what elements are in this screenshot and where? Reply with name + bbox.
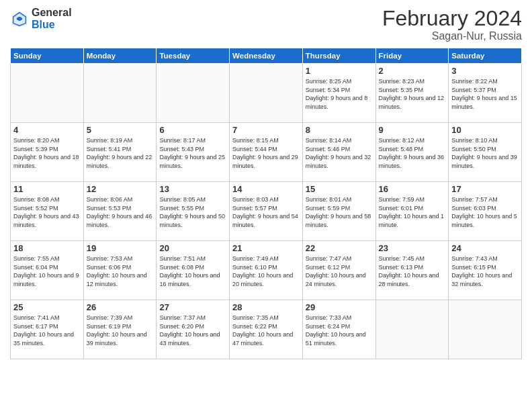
day-number: 4 [13, 125, 81, 135]
day-number: 29 [306, 302, 373, 312]
sunset-label: Sunset: 5:37 PM [451, 87, 496, 93]
daylight-label: Daylight: 9 hours and 15 minutes. [451, 95, 517, 110]
day-info: Sunrise: 7:59 AMSunset: 6:01 PMDaylight:… [379, 195, 446, 229]
day-number: 7 [232, 125, 300, 135]
day-info: Sunrise: 8:05 AMSunset: 5:55 PMDaylight:… [159, 195, 226, 229]
day-number: 16 [379, 184, 446, 194]
calendar-cell: 27Sunrise: 7:37 AMSunset: 6:20 PMDayligh… [157, 300, 230, 359]
sunset-label: Sunset: 6:01 PM [379, 205, 424, 212]
daylight-label: Daylight: 10 hours and 35 minutes. [13, 331, 74, 347]
daylight-label: Daylight: 10 hours and 28 minutes. [379, 272, 439, 287]
sunset-label: Sunset: 6:17 PM [13, 323, 58, 330]
calendar-body: 1Sunrise: 8:25 AMSunset: 5:34 PMDaylight… [11, 64, 522, 359]
day-info: Sunrise: 8:01 AMSunset: 5:59 PMDaylight:… [306, 195, 373, 229]
day-number: 9 [379, 125, 446, 135]
daylight-label: Daylight: 9 hours and 22 minutes. [87, 154, 152, 169]
sunset-label: Sunset: 5:48 PM [379, 146, 424, 152]
daylight-label: Daylight: 9 hours and 25 minutes. [159, 154, 225, 169]
sunrise-label: Sunrise: 7:53 AM [87, 255, 133, 262]
sunrise-label: Sunrise: 8:19 AM [87, 137, 133, 144]
sunset-label: Sunset: 5:44 PM [232, 146, 277, 152]
day-info: Sunrise: 7:55 AMSunset: 6:04 PMDaylight:… [13, 255, 81, 288]
daylight-label: Daylight: 9 hours and 54 minutes. [232, 213, 298, 228]
day-number: 14 [232, 184, 300, 194]
day-number: 6 [159, 125, 226, 135]
day-info: Sunrise: 8:14 AMSunset: 5:46 PMDaylight:… [306, 136, 373, 170]
sunrise-label: Sunrise: 7:37 AM [159, 314, 206, 321]
calendar-cell: 19Sunrise: 7:53 AMSunset: 6:06 PMDayligh… [83, 241, 157, 300]
day-number: 3 [451, 66, 519, 76]
title-block: February 2024 Sagan-Nur, Russia [382, 7, 522, 42]
day-number: 27 [159, 302, 226, 312]
day-number: 8 [306, 125, 373, 135]
calendar-header: Sunday Monday Tuesday Wednesday Thursday… [11, 48, 522, 64]
calendar-cell: 13Sunrise: 8:05 AMSunset: 5:55 PMDayligh… [157, 182, 230, 241]
day-number: 21 [232, 243, 300, 253]
calendar-title: February 2024 [382, 7, 522, 30]
day-info: Sunrise: 7:45 AMSunset: 6:13 PMDaylight:… [379, 255, 446, 288]
calendar-cell: 8Sunrise: 8:14 AMSunset: 5:46 PMDaylight… [302, 123, 375, 182]
sunset-label: Sunset: 5:52 PM [13, 205, 58, 212]
daylight-label: Daylight: 9 hours and 12 minutes. [379, 95, 445, 110]
calendar-cell: 29Sunrise: 7:33 AMSunset: 6:24 PMDayligh… [302, 300, 375, 359]
calendar-cell: 2Sunrise: 8:23 AMSunset: 5:35 PMDaylight… [375, 64, 449, 123]
day-info: Sunrise: 8:22 AMSunset: 5:37 PMDaylight:… [451, 77, 519, 111]
sunrise-label: Sunrise: 7:41 AM [13, 314, 60, 321]
sunset-label: Sunset: 5:55 PM [159, 205, 204, 212]
sunrise-label: Sunrise: 8:12 AM [379, 137, 425, 144]
calendar-cell: 24Sunrise: 7:43 AMSunset: 6:15 PMDayligh… [449, 241, 522, 300]
day-info: Sunrise: 8:10 AMSunset: 5:50 PMDaylight:… [451, 136, 519, 170]
day-number: 22 [306, 243, 373, 253]
daylight-label: Daylight: 9 hours and 43 minutes. [13, 213, 79, 228]
daylight-label: Daylight: 10 hours and 43 minutes. [159, 331, 220, 347]
sunrise-label: Sunrise: 7:43 AM [451, 255, 498, 262]
calendar-cell [11, 64, 84, 123]
day-number: 15 [306, 184, 373, 194]
day-info: Sunrise: 8:12 AMSunset: 5:48 PMDaylight:… [379, 136, 446, 170]
sunset-label: Sunset: 5:46 PM [306, 146, 351, 152]
day-info: Sunrise: 8:17 AMSunset: 5:43 PMDaylight:… [159, 136, 226, 170]
sunrise-label: Sunrise: 7:59 AM [379, 196, 425, 203]
calendar-cell: 6Sunrise: 8:17 AMSunset: 5:43 PMDaylight… [157, 123, 230, 182]
day-info: Sunrise: 8:08 AMSunset: 5:52 PMDaylight:… [13, 195, 81, 229]
header-row: Sunday Monday Tuesday Wednesday Thursday… [11, 48, 522, 64]
calendar-cell [375, 300, 449, 359]
sunrise-label: Sunrise: 7:49 AM [232, 255, 279, 262]
day-info: Sunrise: 7:49 AMSunset: 6:10 PMDaylight:… [232, 255, 300, 288]
sunset-label: Sunset: 5:39 PM [13, 146, 58, 152]
day-info: Sunrise: 8:20 AMSunset: 5:39 PMDaylight:… [13, 136, 81, 170]
sunset-label: Sunset: 5:43 PM [159, 146, 204, 152]
calendar-cell: 20Sunrise: 7:51 AMSunset: 6:08 PMDayligh… [157, 241, 230, 300]
daylight-label: Daylight: 9 hours and 46 minutes. [87, 213, 152, 228]
calendar-cell: 12Sunrise: 8:06 AMSunset: 5:53 PMDayligh… [83, 182, 157, 241]
sunrise-label: Sunrise: 8:05 AM [159, 196, 206, 203]
calendar-cell: 3Sunrise: 8:22 AMSunset: 5:37 PMDaylight… [449, 64, 522, 123]
col-wednesday: Wednesday [230, 48, 303, 64]
sunrise-label: Sunrise: 7:45 AM [379, 255, 425, 262]
sunset-label: Sunset: 6:12 PM [306, 264, 351, 271]
sunset-label: Sunset: 5:50 PM [451, 146, 496, 152]
sunrise-label: Sunrise: 7:51 AM [159, 255, 206, 262]
day-number: 20 [159, 243, 226, 253]
daylight-label: Daylight: 9 hours and 50 minutes. [159, 213, 225, 228]
day-number: 12 [87, 184, 154, 194]
sunset-label: Sunset: 5:53 PM [87, 205, 132, 212]
sunset-label: Sunset: 5:35 PM [379, 87, 424, 93]
daylight-label: Daylight: 10 hours and 39 minutes. [87, 331, 147, 347]
col-tuesday: Tuesday [157, 48, 230, 64]
calendar-cell: 25Sunrise: 7:41 AMSunset: 6:17 PMDayligh… [11, 300, 84, 359]
logo-blue-text: Blue [32, 19, 72, 31]
sunset-label: Sunset: 6:22 PM [232, 323, 277, 330]
day-number: 1 [306, 66, 373, 76]
sunset-label: Sunset: 5:34 PM [306, 87, 351, 93]
sunrise-label: Sunrise: 8:17 AM [159, 137, 206, 144]
calendar-cell [230, 64, 303, 123]
day-info: Sunrise: 8:15 AMSunset: 5:44 PMDaylight:… [232, 136, 300, 170]
calendar-cell: 22Sunrise: 7:47 AMSunset: 6:12 PMDayligh… [302, 241, 375, 300]
day-info: Sunrise: 7:39 AMSunset: 6:19 PMDaylight:… [87, 314, 154, 347]
daylight-label: Daylight: 9 hours and 36 minutes. [379, 154, 445, 169]
day-info: Sunrise: 8:03 AMSunset: 5:57 PMDaylight:… [232, 195, 300, 229]
daylight-label: Daylight: 10 hours and 32 minutes. [451, 272, 512, 287]
calendar-cell: 10Sunrise: 8:10 AMSunset: 5:50 PMDayligh… [449, 123, 522, 182]
sunrise-label: Sunrise: 7:35 AM [232, 314, 279, 321]
